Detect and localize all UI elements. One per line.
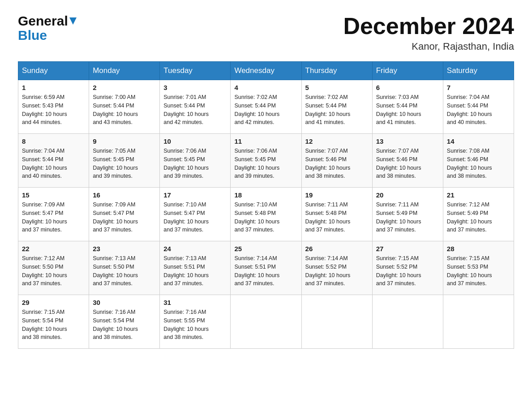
day-info: Sunrise: 7:05 AMSunset: 5:45 PMDaylight:… [93, 147, 156, 180]
calendar-cell: 28Sunrise: 7:15 AMSunset: 5:53 PMDayligh… [443, 241, 514, 295]
day-number: 9 [93, 137, 156, 145]
calendar-cell: 23Sunrise: 7:13 AMSunset: 5:50 PMDayligh… [89, 241, 160, 295]
calendar-cell: 16Sunrise: 7:09 AMSunset: 5:47 PMDayligh… [89, 188, 160, 241]
calendar-cell: 20Sunrise: 7:11 AMSunset: 5:49 PMDayligh… [372, 188, 443, 241]
header-wednesday: Wednesday [231, 62, 301, 80]
day-number: 30 [93, 299, 156, 306]
day-info: Sunrise: 7:03 AMSunset: 5:44 PMDaylight:… [376, 93, 439, 127]
day-info: Sunrise: 7:06 AMSunset: 5:45 PMDaylight:… [234, 147, 297, 180]
day-info: Sunrise: 7:12 AMSunset: 5:49 PMDaylight:… [447, 201, 510, 234]
header-saturday: Saturday [443, 62, 514, 80]
calendar-cell: 22Sunrise: 7:12 AMSunset: 5:50 PMDayligh… [18, 241, 89, 295]
day-number: 8 [22, 137, 85, 145]
calendar-cell: 10Sunrise: 7:06 AMSunset: 5:45 PMDayligh… [160, 134, 231, 188]
day-number: 4 [234, 84, 297, 91]
day-number: 16 [93, 191, 156, 199]
day-info: Sunrise: 7:10 AMSunset: 5:48 PMDaylight:… [234, 201, 297, 234]
calendar-week-3: 15Sunrise: 7:09 AMSunset: 5:47 PMDayligh… [18, 188, 514, 241]
calendar-cell: 8Sunrise: 7:04 AMSunset: 5:44 PMDaylight… [18, 134, 89, 188]
day-info: Sunrise: 7:09 AMSunset: 5:47 PMDaylight:… [93, 201, 156, 234]
calendar-cell: 24Sunrise: 7:13 AMSunset: 5:51 PMDayligh… [160, 241, 231, 295]
day-number: 18 [234, 191, 297, 199]
calendar-cell: 26Sunrise: 7:14 AMSunset: 5:52 PMDayligh… [301, 241, 372, 295]
day-number: 12 [305, 137, 369, 145]
day-info: Sunrise: 7:14 AMSunset: 5:52 PMDaylight:… [305, 254, 369, 288]
calendar-cell: 4Sunrise: 7:02 AMSunset: 5:44 PMDaylight… [231, 80, 301, 134]
title-section: December 2024 Kanor, Rajasthan, India [343, 13, 514, 52]
calendar-cell: 11Sunrise: 7:06 AMSunset: 5:45 PMDayligh… [231, 134, 301, 188]
day-number: 11 [234, 137, 297, 145]
location: Kanor, Rajasthan, India [343, 41, 514, 52]
header-thursday: Thursday [301, 62, 372, 80]
logo-line: General [18, 13, 77, 29]
day-number: 31 [163, 299, 227, 306]
day-number: 17 [163, 191, 227, 199]
calendar-cell: 9Sunrise: 7:05 AMSunset: 5:45 PMDaylight… [89, 134, 160, 188]
day-number: 20 [376, 191, 439, 199]
day-info: Sunrise: 7:13 AMSunset: 5:51 PMDaylight:… [163, 254, 227, 288]
calendar-cell: 17Sunrise: 7:10 AMSunset: 5:47 PMDayligh… [160, 188, 231, 241]
day-info: Sunrise: 7:02 AMSunset: 5:44 PMDaylight:… [305, 93, 369, 127]
calendar-week-4: 22Sunrise: 7:12 AMSunset: 5:50 PMDayligh… [18, 241, 514, 295]
svg-marker-0 [69, 17, 77, 25]
calendar-cell [443, 295, 514, 349]
day-number: 21 [447, 191, 510, 199]
day-number: 25 [234, 245, 297, 253]
calendar-cell: 2Sunrise: 7:00 AMSunset: 5:44 PMDaylight… [89, 80, 160, 134]
day-number: 3 [163, 84, 227, 91]
day-number: 15 [22, 191, 85, 199]
day-number: 1 [22, 84, 85, 91]
calendar-cell: 3Sunrise: 7:01 AMSunset: 5:44 PMDaylight… [160, 80, 231, 134]
day-info: Sunrise: 7:06 AMSunset: 5:45 PMDaylight:… [163, 147, 227, 180]
page-header: General Blue December 2024 Kanor, Rajast… [18, 13, 514, 52]
calendar-cell: 13Sunrise: 7:07 AMSunset: 5:46 PMDayligh… [372, 134, 443, 188]
day-info: Sunrise: 6:59 AMSunset: 5:43 PMDaylight:… [22, 93, 85, 127]
calendar-cell [301, 295, 372, 349]
calendar-cell: 6Sunrise: 7:03 AMSunset: 5:44 PMDaylight… [372, 80, 443, 134]
logo-blue-text: Blue [18, 29, 47, 42]
calendar-cell: 12Sunrise: 7:07 AMSunset: 5:46 PMDayligh… [301, 134, 372, 188]
day-number: 6 [376, 84, 439, 91]
header-sunday: Sunday [18, 62, 89, 80]
day-info: Sunrise: 7:16 AMSunset: 5:54 PMDaylight:… [93, 308, 156, 342]
day-info: Sunrise: 7:04 AMSunset: 5:44 PMDaylight:… [447, 93, 510, 127]
calendar-cell: 5Sunrise: 7:02 AMSunset: 5:44 PMDaylight… [301, 80, 372, 134]
day-number: 10 [163, 137, 227, 145]
day-number: 19 [305, 191, 369, 199]
day-number: 14 [447, 137, 510, 145]
day-info: Sunrise: 7:07 AMSunset: 5:46 PMDaylight:… [376, 147, 439, 180]
day-number: 24 [163, 245, 227, 253]
day-number: 28 [447, 245, 510, 253]
day-info: Sunrise: 7:11 AMSunset: 5:49 PMDaylight:… [376, 201, 439, 234]
day-info: Sunrise: 7:00 AMSunset: 5:44 PMDaylight:… [93, 93, 156, 127]
calendar-week-2: 8Sunrise: 7:04 AMSunset: 5:44 PMDaylight… [18, 134, 514, 188]
calendar-header-row: SundayMondayTuesdayWednesdayThursdayFrid… [18, 62, 514, 80]
calendar-cell: 7Sunrise: 7:04 AMSunset: 5:44 PMDaylight… [443, 80, 514, 134]
day-number: 5 [305, 84, 369, 91]
calendar-cell: 27Sunrise: 7:15 AMSunset: 5:52 PMDayligh… [372, 241, 443, 295]
day-number: 23 [93, 245, 156, 253]
calendar-cell: 29Sunrise: 7:15 AMSunset: 5:54 PMDayligh… [18, 295, 89, 349]
day-number: 7 [447, 84, 510, 91]
day-info: Sunrise: 7:11 AMSunset: 5:48 PMDaylight:… [305, 201, 369, 234]
day-info: Sunrise: 7:16 AMSunset: 5:55 PMDaylight:… [163, 308, 227, 342]
calendar-week-5: 29Sunrise: 7:15 AMSunset: 5:54 PMDayligh… [18, 295, 514, 349]
day-number: 2 [93, 84, 156, 91]
day-number: 29 [22, 299, 85, 306]
day-info: Sunrise: 7:15 AMSunset: 5:54 PMDaylight:… [22, 308, 85, 342]
calendar-cell [231, 295, 301, 349]
calendar-cell: 15Sunrise: 7:09 AMSunset: 5:47 PMDayligh… [18, 188, 89, 241]
calendar-cell: 1Sunrise: 6:59 AMSunset: 5:43 PMDaylight… [18, 80, 89, 134]
calendar-table: SundayMondayTuesdayWednesdayThursdayFrid… [18, 61, 514, 349]
calendar-week-1: 1Sunrise: 6:59 AMSunset: 5:43 PMDaylight… [18, 80, 514, 134]
day-info: Sunrise: 7:10 AMSunset: 5:47 PMDaylight:… [163, 201, 227, 234]
header-tuesday: Tuesday [160, 62, 231, 80]
day-number: 13 [376, 137, 439, 145]
calendar-cell: 30Sunrise: 7:16 AMSunset: 5:54 PMDayligh… [89, 295, 160, 349]
day-info: Sunrise: 7:04 AMSunset: 5:44 PMDaylight:… [22, 147, 85, 180]
day-info: Sunrise: 7:09 AMSunset: 5:47 PMDaylight:… [22, 201, 85, 234]
day-info: Sunrise: 7:14 AMSunset: 5:51 PMDaylight:… [234, 254, 297, 288]
day-info: Sunrise: 7:02 AMSunset: 5:44 PMDaylight:… [234, 93, 297, 127]
calendar-cell: 21Sunrise: 7:12 AMSunset: 5:49 PMDayligh… [443, 188, 514, 241]
logo: General Blue [18, 13, 77, 42]
